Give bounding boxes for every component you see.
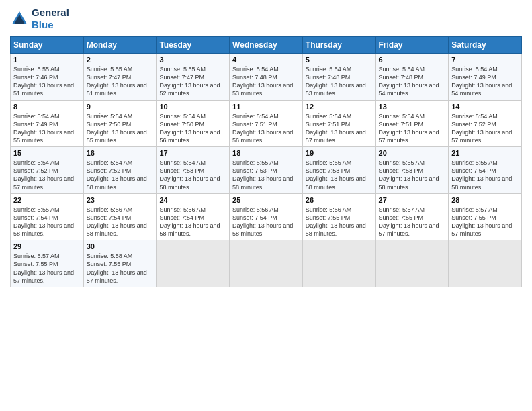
calendar-day-cell: 19Sunrise: 5:55 AMSunset: 7:53 PMDayligh… <box>302 147 375 194</box>
header-day: Saturday <box>449 37 522 54</box>
calendar-day-cell <box>157 240 230 287</box>
day-info: Sunrise: 5:55 AMSunset: 7:53 PMDaylight:… <box>232 158 300 191</box>
logo-icon <box>10 9 29 28</box>
calendar-day-cell: 20Sunrise: 5:55 AMSunset: 7:53 PMDayligh… <box>375 147 449 194</box>
day-number: 18 <box>232 149 300 157</box>
day-number: 2 <box>87 56 154 64</box>
page-container: General Blue SundayMondayTuesdayWednesda… <box>0 0 532 294</box>
day-info: Sunrise: 5:55 AMSunset: 7:47 PMDaylight:… <box>159 65 226 98</box>
calendar-day-cell <box>302 240 375 287</box>
header-day: Tuesday <box>157 37 230 54</box>
day-info: Sunrise: 5:54 AMSunset: 7:50 PMDaylight:… <box>87 112 154 145</box>
header-day: Sunday <box>11 37 84 54</box>
day-number: 22 <box>13 196 81 204</box>
day-info: Sunrise: 5:54 AMSunset: 7:49 PMDaylight:… <box>13 112 81 145</box>
day-number: 6 <box>379 56 446 64</box>
calendar-day-cell: 9Sunrise: 5:54 AMSunset: 7:50 PMDaylight… <box>83 100 157 147</box>
day-info: Sunrise: 5:55 AMSunset: 7:46 PMDaylight:… <box>13 65 81 98</box>
day-info: Sunrise: 5:54 AMSunset: 7:53 PMDaylight:… <box>159 158 226 191</box>
day-info: Sunrise: 5:55 AMSunset: 7:54 PMDaylight:… <box>13 205 81 238</box>
calendar-day-cell: 15Sunrise: 5:54 AMSunset: 7:52 PMDayligh… <box>11 147 84 194</box>
calendar-day-cell: 11Sunrise: 5:54 AMSunset: 7:51 PMDayligh… <box>230 100 303 147</box>
day-info: Sunrise: 5:54 AMSunset: 7:49 PMDaylight:… <box>451 65 519 98</box>
calendar-day-cell: 10Sunrise: 5:54 AMSunset: 7:50 PMDayligh… <box>157 100 230 147</box>
calendar-day-cell: 7Sunrise: 5:54 AMSunset: 7:49 PMDaylight… <box>449 54 522 101</box>
day-info: Sunrise: 5:54 AMSunset: 7:48 PMDaylight:… <box>379 65 446 98</box>
day-info: Sunrise: 5:54 AMSunset: 7:52 PMDaylight:… <box>13 158 81 191</box>
day-number: 26 <box>306 196 373 204</box>
calendar-day-cell: 30Sunrise: 5:58 AMSunset: 7:55 PMDayligh… <box>83 240 157 287</box>
calendar-day-cell: 12Sunrise: 5:54 AMSunset: 7:51 PMDayligh… <box>302 100 375 147</box>
calendar-day-cell: 27Sunrise: 5:57 AMSunset: 7:55 PMDayligh… <box>375 193 449 240</box>
calendar-day-cell: 8Sunrise: 5:54 AMSunset: 7:49 PMDaylight… <box>11 100 84 147</box>
day-number: 9 <box>87 103 154 111</box>
day-info: Sunrise: 5:56 AMSunset: 7:55 PMDaylight:… <box>306 205 373 238</box>
day-info: Sunrise: 5:55 AMSunset: 7:47 PMDaylight:… <box>87 65 154 98</box>
logo-text-blue: Blue <box>32 19 69 31</box>
calendar-day-cell: 6Sunrise: 5:54 AMSunset: 7:48 PMDaylight… <box>375 54 449 101</box>
day-info: Sunrise: 5:56 AMSunset: 7:54 PMDaylight:… <box>87 205 154 238</box>
calendar-day-cell: 29Sunrise: 5:57 AMSunset: 7:55 PMDayligh… <box>11 240 84 287</box>
day-number: 21 <box>451 149 519 157</box>
calendar-day-cell: 22Sunrise: 5:55 AMSunset: 7:54 PMDayligh… <box>11 193 84 240</box>
day-number: 15 <box>13 149 81 157</box>
header-day: Friday <box>375 37 449 54</box>
day-number: 28 <box>451 196 519 204</box>
calendar-day-cell: 28Sunrise: 5:57 AMSunset: 7:55 PMDayligh… <box>449 193 522 240</box>
day-number: 7 <box>451 56 519 64</box>
day-number: 5 <box>306 56 373 64</box>
header-day: Monday <box>83 37 157 54</box>
calendar-body: 1Sunrise: 5:55 AMSunset: 7:46 PMDaylight… <box>11 54 522 287</box>
day-number: 25 <box>232 196 300 204</box>
calendar-day-cell <box>375 240 449 287</box>
day-info: Sunrise: 5:54 AMSunset: 7:48 PMDaylight:… <box>306 65 373 98</box>
calendar-day-cell <box>449 240 522 287</box>
day-info: Sunrise: 5:57 AMSunset: 7:55 PMDaylight:… <box>451 205 519 238</box>
day-number: 30 <box>87 242 154 250</box>
calendar-day-cell: 21Sunrise: 5:55 AMSunset: 7:54 PMDayligh… <box>449 147 522 194</box>
day-info: Sunrise: 5:57 AMSunset: 7:55 PMDaylight:… <box>13 252 81 285</box>
header-day: Wednesday <box>230 37 303 54</box>
day-info: Sunrise: 5:54 AMSunset: 7:51 PMDaylight:… <box>306 112 373 145</box>
day-number: 24 <box>159 196 226 204</box>
day-info: Sunrise: 5:57 AMSunset: 7:55 PMDaylight:… <box>379 205 446 238</box>
calendar-day-cell: 2Sunrise: 5:55 AMSunset: 7:47 PMDaylight… <box>83 54 157 101</box>
calendar-day-cell: 26Sunrise: 5:56 AMSunset: 7:55 PMDayligh… <box>302 193 375 240</box>
calendar-week-row: 22Sunrise: 5:55 AMSunset: 7:54 PMDayligh… <box>11 193 522 240</box>
logo: General Blue <box>10 7 69 31</box>
calendar-week-row: 1Sunrise: 5:55 AMSunset: 7:46 PMDaylight… <box>11 54 522 101</box>
day-number: 12 <box>306 103 373 111</box>
day-number: 4 <box>232 56 300 64</box>
day-number: 27 <box>379 196 446 204</box>
day-number: 20 <box>379 149 446 157</box>
day-info: Sunrise: 5:56 AMSunset: 7:54 PMDaylight:… <box>232 205 300 238</box>
day-number: 3 <box>159 56 226 64</box>
calendar-day-cell: 4Sunrise: 5:54 AMSunset: 7:48 PMDaylight… <box>230 54 303 101</box>
calendar-day-cell: 18Sunrise: 5:55 AMSunset: 7:53 PMDayligh… <box>230 147 303 194</box>
calendar-day-cell: 13Sunrise: 5:54 AMSunset: 7:51 PMDayligh… <box>375 100 449 147</box>
calendar-day-cell: 5Sunrise: 5:54 AMSunset: 7:48 PMDaylight… <box>302 54 375 101</box>
day-number: 16 <box>87 149 154 157</box>
day-info: Sunrise: 5:54 AMSunset: 7:51 PMDaylight:… <box>232 112 300 145</box>
header: General Blue <box>10 7 522 31</box>
day-info: Sunrise: 5:54 AMSunset: 7:52 PMDaylight:… <box>451 112 519 145</box>
day-info: Sunrise: 5:55 AMSunset: 7:54 PMDaylight:… <box>451 158 519 191</box>
calendar-table: SundayMondayTuesdayWednesdayThursdayFrid… <box>10 36 522 287</box>
day-info: Sunrise: 5:55 AMSunset: 7:53 PMDaylight:… <box>306 158 373 191</box>
day-number: 23 <box>87 196 154 204</box>
day-number: 10 <box>159 103 226 111</box>
calendar-day-cell: 23Sunrise: 5:56 AMSunset: 7:54 PMDayligh… <box>83 193 157 240</box>
calendar-day-cell: 17Sunrise: 5:54 AMSunset: 7:53 PMDayligh… <box>157 147 230 194</box>
calendar-day-cell: 16Sunrise: 5:54 AMSunset: 7:52 PMDayligh… <box>83 147 157 194</box>
calendar-day-cell <box>230 240 303 287</box>
day-info: Sunrise: 5:55 AMSunset: 7:53 PMDaylight:… <box>379 158 446 191</box>
day-info: Sunrise: 5:54 AMSunset: 7:48 PMDaylight:… <box>232 65 300 98</box>
day-info: Sunrise: 5:58 AMSunset: 7:55 PMDaylight:… <box>87 252 154 285</box>
day-number: 17 <box>159 149 226 157</box>
header-day: Thursday <box>302 37 375 54</box>
calendar-day-cell: 24Sunrise: 5:56 AMSunset: 7:54 PMDayligh… <box>157 193 230 240</box>
calendar-week-row: 15Sunrise: 5:54 AMSunset: 7:52 PMDayligh… <box>11 147 522 194</box>
logo-text-general: General <box>32 7 69 19</box>
day-info: Sunrise: 5:54 AMSunset: 7:50 PMDaylight:… <box>159 112 226 145</box>
calendar-day-cell: 14Sunrise: 5:54 AMSunset: 7:52 PMDayligh… <box>449 100 522 147</box>
